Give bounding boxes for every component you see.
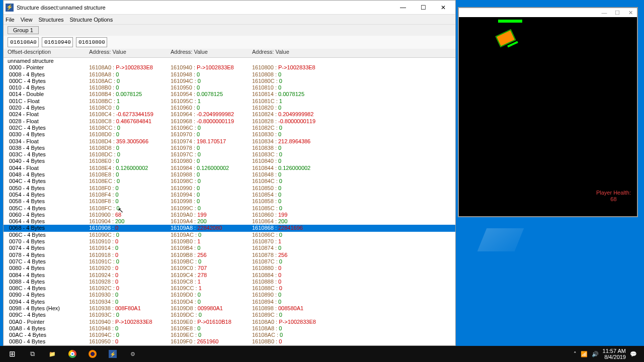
structure-row[interactable]: 0078 - 4 Bytes1610918 : 016109B8 : 25616… xyxy=(4,252,455,258)
structure-row[interactable]: 004C - 4 Bytes16108EC : 0161098C : 01610… xyxy=(4,178,455,185)
header-addr-1[interactable]: Address: Value xyxy=(89,49,171,57)
game-canvas[interactable]: Player Health: 68 xyxy=(459,17,637,216)
taskbar[interactable]: ⊞ ⧉ 📁 ⚡ ⚙ ˄ 📶 🔊 11:57 AM 8/4/2019 💬 xyxy=(0,346,644,362)
header-addr-2[interactable]: Address: Value xyxy=(171,49,252,57)
structure-dissect-window: ⚡ Structure dissect:unnamed structure — … xyxy=(3,0,456,346)
structure-row[interactable]: 008C - 4 Bytes161092C : 016109CC : 11610… xyxy=(4,285,455,292)
game-close-button[interactable]: ✕ xyxy=(624,10,637,16)
structure-row[interactable]: 007C - 4 Bytes161091C : 016109BC : 01610… xyxy=(4,258,455,265)
app-chrome-icon[interactable] xyxy=(62,346,83,362)
structure-row[interactable]: 00A8 - 4 Bytes1610948 : 016109E8 : 01610… xyxy=(4,325,455,332)
address-input-2[interactable] xyxy=(42,37,73,47)
game-titlebar[interactable]: — ☐ ✕ xyxy=(459,8,637,17)
structure-name[interactable]: unnamed structure xyxy=(4,58,455,64)
structure-row[interactable]: 0054 - 4 Bytes16108F4 : 01610994 : 01610… xyxy=(4,192,455,198)
tray-date: 8/4/2019 xyxy=(603,354,626,360)
structure-row[interactable]: 0094 - 4 Bytes1610934 : 016109D4 : 01610… xyxy=(4,299,455,305)
tray-chevron-icon[interactable]: ˄ xyxy=(574,351,577,357)
player-health-value: 68 xyxy=(596,196,631,202)
tray-volume-icon[interactable]: 🔊 xyxy=(592,351,599,357)
group-row: Group 1 xyxy=(4,25,455,36)
maximize-button[interactable]: ☐ xyxy=(413,1,433,14)
structure-row[interactable]: 0020 - 4 Bytes16108C0 : 01610960 : 01610… xyxy=(4,105,455,111)
structure-row[interactable]: 0014 - Double16108B4 : 0.00781251610954 … xyxy=(4,91,455,98)
cheat-engine-icon: ⚡ xyxy=(6,4,14,12)
start-button[interactable]: ⊞ xyxy=(2,346,22,362)
menu-file[interactable]: File xyxy=(6,17,15,23)
structure-row[interactable]: 002C - 4 Bytes16108CC : 0161096C : 01610… xyxy=(4,125,455,131)
desktop-wallpaper-accent xyxy=(477,228,524,251)
structure-row[interactable]: 0050 - 4 Bytes16108F0 : 01610990 : 01610… xyxy=(4,185,455,192)
structure-row[interactable]: 0088 - 4 Bytes1610928 : 016109C8 : 11610… xyxy=(4,279,455,285)
player-health-label: Player Health: xyxy=(596,190,631,196)
file-explorer-icon[interactable]: 📁 xyxy=(42,346,62,362)
structure-row[interactable]: 0068 - 4 Bytes1610908 : 016109A8 : 22842… xyxy=(4,225,455,231)
menu-view[interactable]: View xyxy=(21,17,33,23)
tray-time: 11:57 AM xyxy=(603,348,626,354)
structure-row[interactable]: 006C - 4 Bytes161090C : 016109AC : 01610… xyxy=(4,232,455,238)
structure-row[interactable]: 0090 - 4 Bytes1610930 : 016109D0 : 01610… xyxy=(4,292,455,298)
structure-row[interactable]: 00AC - 4 Bytes161094C : 016109EC : 01610… xyxy=(4,332,455,338)
enemy-health-bar xyxy=(498,20,522,23)
structure-row[interactable]: 0098 - 4 Bytes (Hex)1610938 : 008F80A116… xyxy=(4,305,455,312)
address-inputs-row xyxy=(4,36,455,49)
header-addr-3[interactable]: Address: Value xyxy=(252,49,334,57)
structure-row[interactable]: 009C - 4 Bytes161093C : 016109DC : 01610… xyxy=(4,312,455,318)
structure-row[interactable]: 0070 - 4 Bytes1610910 : 016109B0 : 11610… xyxy=(4,238,455,245)
structure-row[interactable]: 0028 - Float16108C8 : 0.4867684841161096… xyxy=(4,118,455,125)
app-cheat-engine-icon[interactable]: ⚡ xyxy=(103,346,123,362)
structure-row[interactable]: 0024 - Float16108C4 : -0.627334415916109… xyxy=(4,111,455,118)
minimize-button[interactable]: — xyxy=(393,1,413,14)
structure-row[interactable]: 0000 - Pointer16108A0 : P->1002833E81610… xyxy=(4,64,455,71)
structure-row[interactable]: 001C - Float16108BC : 1161095C : 1161081… xyxy=(4,98,455,105)
player-health-display: Player Health: 68 xyxy=(596,188,631,202)
structure-row[interactable]: 0044 - Float16108E4 : 0.1260000021610984… xyxy=(4,165,455,171)
structure-row[interactable]: 0048 - 4 Bytes16108E8 : 01610988 : 01610… xyxy=(4,171,455,178)
structure-row[interactable]: 003C - 4 Bytes16108DC : 0161097C : 01610… xyxy=(4,151,455,158)
group-label[interactable]: Group 1 xyxy=(8,26,39,34)
menu-structures[interactable]: Structures xyxy=(38,17,63,23)
structure-row[interactable]: 00B0 - 4 Bytes1610950 : 016109F0 : 26519… xyxy=(4,338,455,345)
structure-row[interactable]: 0084 - 4 Bytes1610924 : 016109C4 : 27816… xyxy=(4,272,455,279)
menubar: File View Structures Structure Options xyxy=(4,15,455,25)
structure-row[interactable]: 00A0 - Pointer1610940 : P->1002833E81610… xyxy=(4,319,455,325)
structure-row[interactable]: 0040 - 4 Bytes16108E0 : 01610980 : 01610… xyxy=(4,158,455,164)
structure-row[interactable]: 000C - 4 Bytes16108AC : 0161094C : 01610… xyxy=(4,78,455,84)
task-view-button[interactable]: ⧉ xyxy=(22,346,42,362)
game-minimize-button[interactable]: — xyxy=(598,10,611,16)
structure-row[interactable]: 0058 - 4 Bytes16108F8 : 01610998 : 01610… xyxy=(4,198,455,205)
close-button[interactable]: ✕ xyxy=(433,1,453,14)
structure-row[interactable]: 0034 - Float16108D4 : 359.30050661610974… xyxy=(4,138,455,145)
structure-row[interactable]: 0038 - 4 Bytes16108D8 : 01610978 : 01610… xyxy=(4,145,455,151)
app-firefox-icon[interactable] xyxy=(83,346,103,362)
structure-row[interactable]: 005C - 4 Bytes16108FC : 0161099C : 01610… xyxy=(4,205,455,212)
titlebar[interactable]: ⚡ Structure dissect:unnamed structure — … xyxy=(4,1,455,15)
game-window: — ☐ ✕ Player Health: 68 xyxy=(458,7,638,217)
structure-row[interactable]: 0030 - 4 Bytes16108D0 : 01610970 : 01610… xyxy=(4,131,455,138)
structure-row[interactable]: 0010 - 4 Bytes16108B0 : 01610950 : 01610… xyxy=(4,84,455,91)
structure-tree[interactable]: unnamed structure 0000 - Pointer16108A0 … xyxy=(4,58,455,345)
tray-clock[interactable]: 11:57 AM 8/4/2019 xyxy=(603,348,626,360)
column-headers: Offset-description Address: Value Addres… xyxy=(4,49,455,58)
tray-notification-icon[interactable]: 💬 xyxy=(630,351,637,357)
game-maximize-button[interactable]: ☐ xyxy=(611,10,624,16)
address-input-3[interactable] xyxy=(76,37,107,47)
tank-sprite xyxy=(492,27,522,52)
tray-network-icon[interactable]: 📶 xyxy=(581,351,588,357)
structure-row[interactable]: 0080 - 4 Bytes1610920 : 016109C0 : 70716… xyxy=(4,265,455,272)
structure-row[interactable]: 0008 - 4 Bytes16108A8 : 01610948 : 01610… xyxy=(4,71,455,78)
system-tray[interactable]: ˄ 📶 🔊 11:57 AM 8/4/2019 💬 xyxy=(569,348,642,360)
header-offset[interactable]: Offset-description xyxy=(8,49,89,57)
address-input-1[interactable] xyxy=(8,37,39,47)
menu-structure-options[interactable]: Structure Options xyxy=(70,17,113,23)
app-gear-icon[interactable]: ⚙ xyxy=(123,346,143,362)
structure-row[interactable]: 0064 - 4 Bytes1610904 : 20016109A4 : 200… xyxy=(4,218,455,225)
structure-row[interactable]: 0074 - 4 Bytes1610914 : 016109B4 : 01610… xyxy=(4,245,455,251)
window-title: Structure dissect:unnamed structure xyxy=(17,5,393,11)
structure-row[interactable]: 0060 - 4 Bytes1610900 : 6816109A0 : 1991… xyxy=(4,212,455,218)
